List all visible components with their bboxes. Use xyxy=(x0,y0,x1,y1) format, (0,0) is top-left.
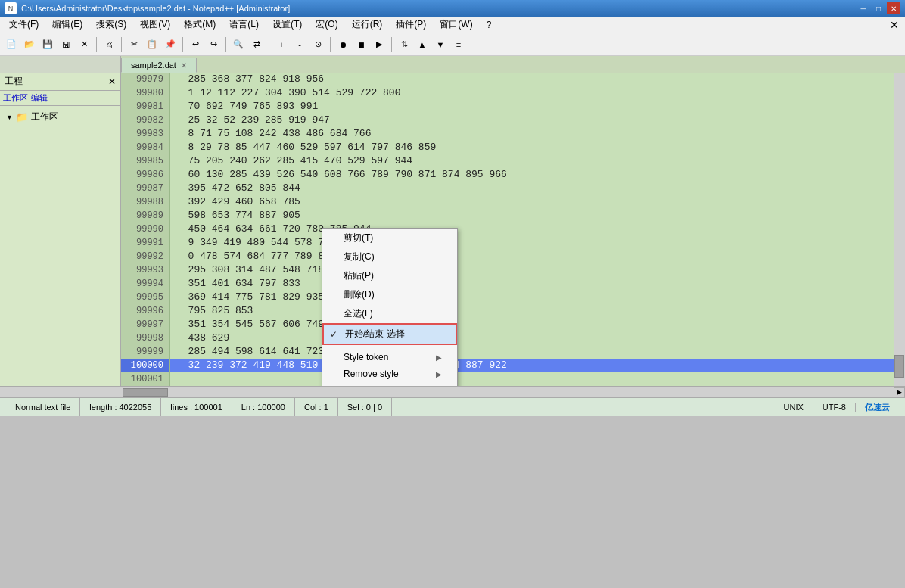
ctx-select-all[interactable]: 全选(L) xyxy=(322,304,457,323)
tool-up[interactable]: ▲ xyxy=(414,36,431,53)
menu-file[interactable]: 文件(F) xyxy=(3,17,45,33)
tab-label: sample2.dat xyxy=(131,61,176,70)
content-row: 工程 ✕ 工作区 编辑 ▼ 📁 工作区 99979 285 368 377 82… xyxy=(0,73,905,386)
tool-save-all[interactable]: 🖫 xyxy=(58,36,74,53)
line-row: 99979 285 368 377 824 918 956 xyxy=(121,73,894,86)
line-content: 351 401 634 797 833 xyxy=(170,277,300,291)
sidebar-close-icon[interactable]: ✕ xyxy=(108,76,116,87)
ctx-sep2 xyxy=(322,384,457,384)
tool-undo[interactable]: ↩ xyxy=(187,36,204,53)
line-content: 795 825 853 xyxy=(170,304,253,318)
ctx-remove-style-label: Remove style xyxy=(344,369,399,379)
ctx-delete[interactable]: 删除(D) xyxy=(322,285,457,304)
line-number: 99999 xyxy=(121,345,170,359)
ctx-sep1 xyxy=(322,347,457,347)
tool-macro-stop[interactable]: ⏹ xyxy=(353,36,369,53)
editor-area: 99979 285 368 377 824 918 95699980 1 12 … xyxy=(121,73,905,386)
ctx-cut[interactable]: 剪切(T) xyxy=(322,229,457,247)
scrollbar-horizontal[interactable]: ▶ xyxy=(121,387,905,397)
status-file-type: Normal text file xyxy=(6,398,80,416)
ctx-paste[interactable]: 粘贴(P) xyxy=(322,266,457,285)
tool-find[interactable]: 🔍 xyxy=(230,36,247,53)
line-content: 369 414 775 781 829 935 xyxy=(170,291,324,304)
tool-print[interactable]: 🖨 xyxy=(101,36,117,53)
status-col-text: Col : 1 xyxy=(304,403,328,412)
menu-window[interactable]: 窗口(W) xyxy=(434,17,478,33)
title-text: C:\Users\Administrator\Desktop\sample2.d… xyxy=(21,4,290,13)
scrollbar-vertical[interactable] xyxy=(894,73,905,386)
tab-sample2[interactable]: sample2.dat ✕ xyxy=(121,58,197,73)
ctx-remove-style[interactable]: Remove style ▶ xyxy=(322,366,457,382)
tool-down[interactable]: ▼ xyxy=(432,36,449,53)
line-row: 99983 8 71 75 108 242 438 486 684 766 xyxy=(121,127,894,141)
tool-zoom-in[interactable]: + xyxy=(273,36,290,53)
line-number: 100001 xyxy=(121,372,170,386)
folder-label: 工作区 xyxy=(31,110,58,123)
line-row: 99981 70 692 749 765 893 991 xyxy=(121,100,894,114)
tool-macro-play[interactable]: ▶ xyxy=(371,36,387,53)
menu-search[interactable]: 搜索(S) xyxy=(90,17,132,33)
title-bar: N C:\Users\Administrator\Desktop\sample2… xyxy=(0,0,905,17)
status-file-type-text: Normal text file xyxy=(15,403,70,412)
tool-open[interactable]: 📂 xyxy=(21,36,38,53)
menu-format[interactable]: 格式(M) xyxy=(178,17,222,33)
tool-new[interactable]: 📄 xyxy=(3,36,20,53)
tool-save[interactable]: 💾 xyxy=(39,36,56,53)
line-row: 100000 32 239 372 419 448 510 540 581 67… xyxy=(121,359,894,372)
tool-macro-record[interactable]: ⏺ xyxy=(334,36,351,53)
sidebar-tree-item-workspace[interactable]: ▼ 📁 工作区 xyxy=(3,109,117,125)
tool-more[interactable]: ≡ xyxy=(450,36,467,53)
line-number: 99990 xyxy=(121,222,170,236)
line-row: 99987 395 472 652 805 844 xyxy=(121,182,894,195)
line-number: 99982 xyxy=(121,114,170,127)
tool-zoom-restore[interactable]: ⊙ xyxy=(309,36,326,53)
close-button[interactable]: ✕ xyxy=(887,2,900,14)
menu-edit[interactable]: 编辑(E) xyxy=(46,17,89,33)
ctx-style-token-arrow: ▶ xyxy=(436,353,442,362)
status-encoding: UTF-8 xyxy=(813,403,856,412)
app-icon: N xyxy=(5,2,17,14)
menu-close-x[interactable]: ✕ xyxy=(890,19,899,31)
menu-view[interactable]: 视图(V) xyxy=(134,17,176,33)
tool-replace[interactable]: ⇄ xyxy=(248,36,265,53)
line-number: 99995 xyxy=(121,291,170,304)
ctx-copy[interactable]: 复制(C) xyxy=(322,247,457,266)
minimize-button[interactable]: ─ xyxy=(857,2,870,14)
line-row: 99984 8 29 78 85 447 460 529 597 614 797… xyxy=(121,141,894,154)
tool-redo[interactable]: ↪ xyxy=(205,36,222,53)
maximize-button[interactable]: □ xyxy=(872,2,885,14)
line-row: 99998 438 629 xyxy=(121,331,894,345)
menu-help[interactable]: ? xyxy=(480,17,498,33)
line-number: 99979 xyxy=(121,73,170,86)
context-menu: 剪切(T) 复制(C) 粘贴(P) 删除(D) 全选(L) 开始/结束 选择 S… xyxy=(322,228,458,386)
tool-cut[interactable]: ✂ xyxy=(126,36,142,53)
tool-close[interactable]: ✕ xyxy=(76,36,92,53)
status-right: UNIX UTF-8 亿速云 xyxy=(775,402,899,413)
menu-settings[interactable]: 设置(T) xyxy=(266,17,308,33)
line-number: 99994 xyxy=(121,277,170,291)
scrollbar-right-arrow[interactable]: ▶ xyxy=(894,387,905,397)
ctx-cut-label: 剪切(T) xyxy=(344,232,373,244)
menu-language[interactable]: 语言(L) xyxy=(223,17,265,33)
line-number: 99985 xyxy=(121,154,170,168)
content-area[interactable]: 99979 285 368 377 824 918 95699980 1 12 … xyxy=(121,73,894,386)
toolbar: 📄 📂 💾 🖫 ✕ 🖨 ✂ 📋 📌 ↩ ↪ 🔍 ⇄ + - ⊙ ⏺ ⏹ ▶ ⇅ … xyxy=(0,33,905,56)
line-content: 75 205 240 262 285 415 470 529 597 944 xyxy=(170,154,412,168)
menu-plugins[interactable]: 插件(P) xyxy=(390,17,432,33)
tab-close-icon[interactable]: ✕ xyxy=(181,61,187,70)
ctx-start-end-select[interactable]: 开始/结束 选择 xyxy=(322,323,457,345)
tool-zoom-out[interactable]: - xyxy=(291,36,308,53)
ctx-style-token[interactable]: Style token ▶ xyxy=(322,349,457,366)
title-bar-buttons: ─ □ ✕ xyxy=(857,2,900,14)
menu-run[interactable]: 运行(R) xyxy=(346,17,389,33)
tool-sync[interactable]: ⇅ xyxy=(396,36,412,53)
sidebar-edit-link[interactable]: 编辑 xyxy=(31,92,48,104)
line-content: 8 71 75 108 242 438 486 684 766 xyxy=(170,127,371,141)
tool-copy[interactable]: 📋 xyxy=(144,36,160,53)
sidebar-workspace-link[interactable]: 工作区 xyxy=(3,92,28,104)
tool-paste[interactable]: 📌 xyxy=(162,36,179,53)
menu-macro[interactable]: 宏(O) xyxy=(309,17,344,33)
status-lines-text: lines : 100001 xyxy=(170,403,222,412)
scrollbar-thumb[interactable] xyxy=(894,355,904,378)
scrollbar-h-thumb[interactable] xyxy=(123,388,168,397)
